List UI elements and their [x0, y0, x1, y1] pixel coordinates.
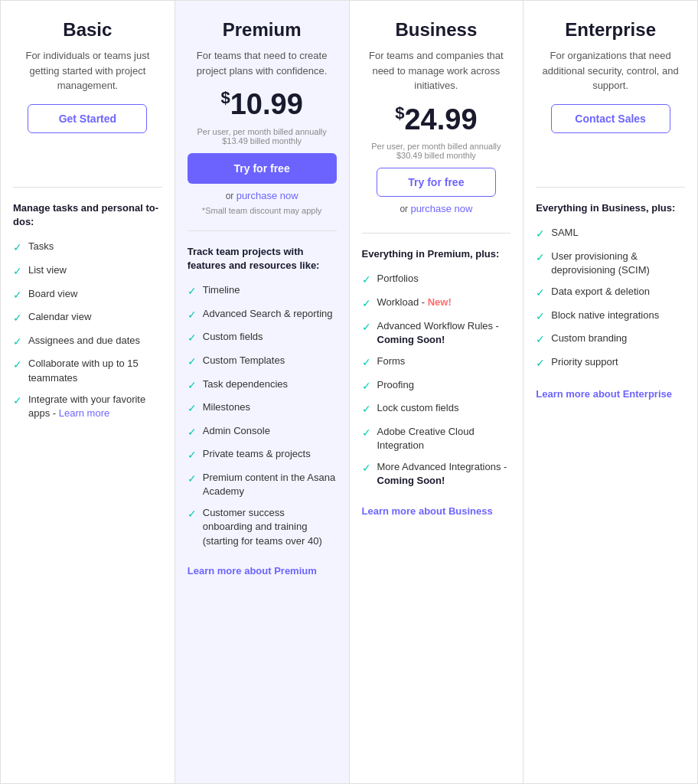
feature-text: Data export & deletion [551, 285, 650, 299]
price-main-premium: $10.99 [188, 89, 337, 121]
list-item: ✓Assignees and due dates [13, 334, 162, 350]
check-icon: ✓ [536, 227, 545, 242]
list-item: ✓Customer success onboarding and trainin… [188, 506, 337, 548]
check-icon: ✓ [362, 296, 371, 312]
check-icon: ✓ [536, 332, 545, 348]
purchase-link-business[interactable]: purchase now [410, 203, 472, 214]
list-item: ✓Advanced Workflow Rules - Coming Soon! [362, 319, 511, 347]
feature-text: Custom fields [203, 330, 263, 344]
plan-header-premium: PremiumFor teams that need to create pro… [188, 19, 337, 231]
check-icon: ✓ [13, 264, 22, 279]
list-item: ✓Data export & deletion [536, 285, 685, 301]
or-text-premium: or purchase now [188, 190, 337, 201]
list-item: ✓Advanced Search & reporting [188, 307, 337, 323]
feature-text: Board view [28, 287, 77, 301]
section-title-premium: Track team projects with features and re… [188, 245, 337, 273]
list-item: ✓Premium content in the Asana Academy [188, 471, 337, 498]
plan-desc-enterprise: For organizations that need additional s… [536, 48, 685, 93]
section-title-basic: Manage tasks and personal to-dos: [13, 201, 162, 229]
feature-text: Forms [377, 354, 406, 368]
check-icon: ✓ [362, 461, 371, 476]
list-item: ✓Admin Console [188, 424, 337, 440]
feature-text: Block native integrations [551, 309, 659, 322]
feature-text: More Advanced Integrations - Coming Soon… [377, 460, 511, 488]
check-icon: ✓ [188, 448, 197, 463]
list-item: ✓Adobe Creative Cloud Integration [362, 425, 511, 452]
check-icon: ✓ [13, 240, 22, 256]
plan-col-business: BusinessFor teams and companies that nee… [350, 1, 524, 783]
check-icon: ✓ [362, 355, 371, 371]
plan-name-enterprise: Enterprise [536, 19, 685, 41]
check-icon: ✓ [362, 402, 371, 417]
list-item: ✓Custom fields [188, 330, 337, 346]
feature-text: Premium content in the Asana Academy [203, 471, 337, 498]
check-icon: ✓ [536, 356, 545, 371]
price-sub-business: Per user, per month billed annually [362, 142, 511, 151]
check-icon: ✓ [188, 425, 197, 440]
check-icon: ✓ [536, 309, 545, 325]
cta-button-basic[interactable]: Get Started [28, 104, 147, 133]
discount-note-premium: *Small team discount may apply [188, 206, 337, 215]
plan-col-enterprise: EnterpriseFor organizations that need ad… [524, 1, 697, 783]
check-icon: ✓ [188, 354, 197, 370]
learn-more-link-enterprise[interactable]: Learn more about Enterprise [536, 388, 672, 400]
price-monthly-business: $30.49 billed monthly [362, 151, 511, 160]
list-item: ✓Proofing [362, 378, 511, 394]
list-item: ✓Custom Templates [188, 354, 337, 370]
check-icon: ✓ [13, 335, 22, 350]
section-title-enterprise: Everything in Business, plus: [536, 201, 685, 215]
list-item: ✓Timeline [188, 283, 337, 299]
section-title-business: Everything in Premium, plus: [362, 247, 511, 261]
feature-text: Adobe Creative Cloud Integration [377, 425, 511, 452]
coming-soon-badge: Coming Soon! [377, 334, 445, 345]
feature-text: Customer success onboarding and training… [203, 506, 337, 548]
feature-text: Lock custom fields [377, 401, 459, 415]
plan-body-basic: Manage tasks and personal to-dos:✓Tasks✓… [13, 188, 162, 765]
feature-text: Priority support [551, 355, 618, 369]
list-item: ✓SAML [536, 226, 685, 242]
list-item: ✓Calendar view [13, 310, 162, 326]
purchase-link-premium[interactable]: purchase now [236, 190, 298, 201]
feature-text: Collaborate with up to 15 teammates [28, 357, 162, 384]
feature-text: Portfolios [377, 272, 419, 286]
check-icon: ✓ [536, 250, 545, 266]
list-item: ✓Forms [362, 354, 511, 371]
learn-more-link-premium[interactable]: Learn more about Premium [188, 565, 317, 577]
plan-col-basic: BasicFor individuals or teams just getti… [1, 1, 175, 783]
list-item: ✓Collaborate with up to 15 teammates [13, 357, 162, 384]
list-item: ✓List view [13, 263, 162, 279]
feature-list-basic: ✓Tasks✓List view✓Board view✓Calendar vie… [13, 240, 162, 420]
price-main-business: $24.99 [362, 104, 511, 136]
check-icon: ✓ [188, 401, 197, 416]
check-icon: ✓ [188, 378, 197, 394]
feature-text: Tasks [28, 240, 54, 253]
list-item: ✓User provisioning & deprovisioning (SCI… [536, 250, 685, 277]
learn-more-link-business[interactable]: Learn more about Business [362, 505, 493, 517]
cta-button-premium[interactable]: Try for free [188, 153, 337, 184]
check-icon: ✓ [13, 288, 22, 303]
feature-text: Custom Templates [203, 354, 285, 368]
learn-more-inline-link[interactable]: Learn more [59, 407, 109, 419]
list-item: ✓Integrate with your favorite apps - Lea… [13, 393, 162, 420]
feature-text: Timeline [203, 283, 240, 297]
feature-text: Assignees and due dates [28, 334, 140, 348]
list-item: ✓Lock custom fields [362, 401, 511, 417]
pricing-table: BasicFor individuals or teams just getti… [0, 0, 698, 784]
cta-button-business[interactable]: Try for free [377, 168, 496, 197]
feature-text: Workload - New! [377, 296, 452, 309]
price-monthly-premium: $13.49 billed monthly [188, 136, 337, 145]
plan-name-business: Business [362, 19, 511, 41]
plan-col-premium: PremiumFor teams that need to create pro… [175, 1, 350, 783]
list-item: ✓Priority support [536, 355, 685, 371]
plan-header-business: BusinessFor teams and companies that nee… [362, 19, 511, 234]
list-item: ✓Task dependencies [188, 377, 337, 394]
plan-header-basic: BasicFor individuals or teams just getti… [13, 19, 162, 188]
cta-button-enterprise[interactable]: Contact Sales [551, 104, 670, 133]
price-sub-premium: Per user, per month billed annually [188, 127, 337, 136]
plan-desc-basic: For individuals or teams just getting st… [13, 48, 162, 93]
plan-body-business: Everything in Premium, plus:✓Portfolios✓… [362, 234, 511, 765]
feature-text: Advanced Workflow Rules - Coming Soon! [377, 319, 511, 347]
feature-text: Proofing [377, 378, 414, 392]
check-icon: ✓ [188, 507, 197, 522]
feature-text: User provisioning & deprovisioning (SCIM… [551, 250, 685, 277]
